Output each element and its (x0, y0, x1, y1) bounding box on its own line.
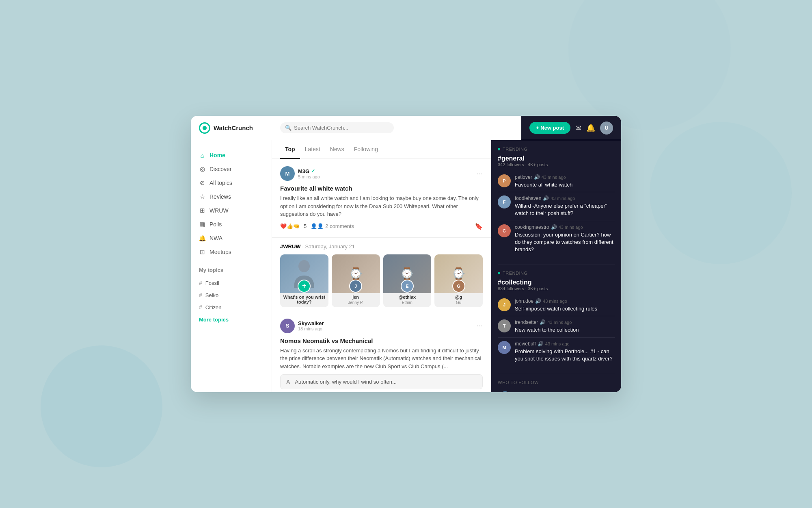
follow-person-chloe: C chloe.brown Shannon Watches, records, … (498, 389, 615, 392)
verified-badge-1: ✓ (311, 168, 315, 174)
follow-avatar-chloe: C (498, 391, 512, 392)
trending-avatar-cookingmaestro: C (498, 224, 511, 237)
notifications-icon[interactable]: 🔔 (586, 124, 595, 132)
post-menu-1[interactable]: ··· (477, 169, 483, 178)
mail-icon[interactable]: ✉ (575, 124, 581, 132)
search-icon: 🔍 (285, 125, 292, 131)
wruw-card-gu[interactable]: ⌚ G @g Gu (434, 254, 483, 307)
trending-general: Trending #general 342 followers · 4K+ po… (498, 147, 615, 256)
search-input[interactable] (294, 125, 389, 131)
post-author-name-1: M3G ✓ (298, 168, 320, 174)
topic-seiko[interactable]: # Seiko (191, 289, 272, 301)
trending-avatar-foodiehaven: F (498, 195, 511, 208)
wruw-card-sub-jen: Jenny P. (332, 300, 380, 307)
watch-image-3: ⌚ (451, 267, 466, 280)
divider-1 (498, 265, 615, 265)
trending-post-author-moviebuff: moviebuff 🔊 43 mins ago (515, 341, 615, 347)
wruw-hashtag: #WRUW (280, 243, 301, 250)
trending-post-info-johndoe: john.doe 🔊 43 mins ago Self-imposed watc… (515, 298, 597, 313)
tag-icon: ⊘ (199, 180, 205, 186)
sidebar-item-meetups[interactable]: ⊡ Meetups (191, 245, 272, 259)
sidebar-item-polls[interactable]: ▦ Polls (191, 217, 272, 231)
speaker-icon: 🔊 (534, 174, 540, 180)
trending-tag-general[interactable]: #general (498, 155, 615, 162)
topic-fossil[interactable]: # Fossil (191, 277, 272, 289)
wruw-avatar-ethlax: E (401, 280, 414, 293)
sidebar-item-all-topics[interactable]: ⊘ All topics (191, 176, 272, 190)
tab-top[interactable]: Top (280, 140, 300, 159)
who-to-follow: Who to follow C chloe.brown Shannon Watc… (498, 380, 615, 392)
tab-following[interactable]: Following (349, 140, 383, 159)
bookmark-btn-1[interactable]: 🔖 (475, 222, 483, 230)
wruw-card-ethlax[interactable]: ⌚ E @ethlax Ethan (383, 254, 432, 307)
post-time-1: 5 mins ago (298, 174, 320, 179)
wruw-card-sub-ethlax: Ethan (383, 300, 432, 307)
speaker-icon-5: 🔊 (540, 319, 546, 325)
trending-post-info-moviebuff: moviebuff 🔊 43 mins ago Problem solving … (515, 341, 615, 363)
speaker-icon-3: 🔊 (551, 224, 557, 230)
main-window: WatchCrunch 🔍 + New post ✉ 🔔 U ⌂ Home ◎ (191, 116, 621, 392)
post-avatar-2: S (280, 319, 295, 333)
more-topics-link[interactable]: More topics (191, 313, 272, 326)
post-reactions-1: ❤️👍🤜 5 👤👤 2 comments (280, 223, 354, 229)
trending-post-cookingmaestro: C cookingmaestro 🔊 43 mins ago Discussio… (498, 221, 615, 257)
trending-post-text-johndoe: Self-imposed watch collecting rules (515, 305, 597, 313)
trending-post-trendsetter: T trendsetter 🔊 43 mins ago New watch to… (498, 316, 615, 337)
sidebar-item-discover[interactable]: ◎ Discover (191, 162, 272, 176)
main-feed: Top Latest News Following M M3G ✓ (272, 140, 491, 392)
wruw-grid: + What's on you wrist today? ⌚ J jen Jen… (280, 254, 483, 307)
post-author-2: S Skywalker 18 mins ago (280, 319, 324, 333)
wruw-section: #WRUW · Saturday, January 21 + What (272, 238, 491, 307)
reaction-count-1: 5 (304, 223, 307, 229)
topic-citizen[interactable]: # Citizen (191, 301, 272, 313)
poll-option-a[interactable]: A Automatic only, why would I wind so of… (280, 374, 483, 389)
svg-point-0 (298, 260, 310, 272)
search-box[interactable]: 🔍 (280, 122, 394, 133)
post-author-name-2: Skywalker (298, 320, 324, 326)
post-time-2: 18 mins ago (298, 326, 324, 331)
post-card-1: M M3G ✓ 5 mins ago ··· Favourite all whi… (272, 159, 491, 238)
watch-image-1: ⌚ (349, 267, 363, 280)
poll-label-a: A (286, 379, 290, 385)
user-avatar[interactable]: U (600, 122, 613, 135)
tab-news[interactable]: News (325, 140, 349, 159)
trending-meta-general: 342 followers · 4K+ posts (498, 162, 615, 167)
feed-tabs: Top Latest News Following (272, 140, 491, 159)
reaction-emojis-1[interactable]: ❤️👍🤜 (280, 223, 300, 229)
app-name: WatchCrunch (214, 124, 253, 131)
trending-avatar-johndoe: J (498, 298, 511, 311)
logo-area: WatchCrunch (199, 122, 280, 134)
comments-btn-1[interactable]: 👤👤 2 comments (311, 223, 354, 229)
logo-icon (199, 122, 210, 134)
post-actions-1: ❤️👍🤜 5 👤👤 2 comments 🔖 (280, 222, 483, 230)
post-author-info-2: Skywalker 18 mins ago (298, 320, 324, 331)
add-post-overlay[interactable]: + (298, 280, 311, 293)
wruw-card-sub-gu: Gu (434, 300, 483, 307)
trending-post-petlover: P petlover 🔊 43 mins ago Favourite all w… (498, 171, 615, 192)
divider-2 (498, 374, 615, 374)
sidebar-item-home[interactable]: ⌂ Home (191, 148, 272, 162)
post-title-2: Nomos Neomatik vs Mechanical (280, 337, 483, 344)
tab-latest[interactable]: Latest (300, 140, 325, 159)
wruw-header: #WRUW · Saturday, January 21 (280, 243, 483, 250)
sidebar-item-wruw[interactable]: ⊞ WRUW (191, 204, 272, 217)
grid-icon: ⊞ (199, 207, 205, 214)
trending-tag-collecting[interactable]: #collecting (498, 279, 615, 286)
speaker-icon-6: 🔊 (538, 341, 544, 347)
trending-meta-collecting: 834 followers · 3K+ posts (498, 286, 615, 291)
trending-post-info-cookingmaestro: cookingmaestro 🔊 43 mins ago Discussion:… (515, 224, 615, 254)
wruw-avatar-gu: G (452, 280, 465, 293)
trending-post-text-foodiehaven: Willard -Anyone else prefer a "cheaper" … (515, 202, 615, 217)
trending-header-collecting: Trending (498, 271, 615, 276)
star-icon: ☆ (199, 193, 205, 200)
trending-header-general: Trending (498, 147, 615, 152)
wruw-card-jen[interactable]: ⌚ J jen Jenny P. (332, 254, 380, 307)
header: WatchCrunch 🔍 + New post ✉ 🔔 U (191, 116, 621, 140)
wruw-card-add[interactable]: + What's on you wrist today? (280, 254, 328, 307)
post-menu-2[interactable]: ··· (477, 321, 483, 330)
sidebar-item-nwa[interactable]: 🔔 NWA (191, 231, 272, 245)
trending-avatar-moviebuff: M (498, 341, 511, 354)
sidebar-item-reviews[interactable]: ☆ Reviews (191, 190, 272, 204)
new-post-button[interactable]: + New post (529, 122, 570, 134)
follow-info-chloe: chloe.brown Shannon Watches, records, bo… (516, 391, 615, 392)
